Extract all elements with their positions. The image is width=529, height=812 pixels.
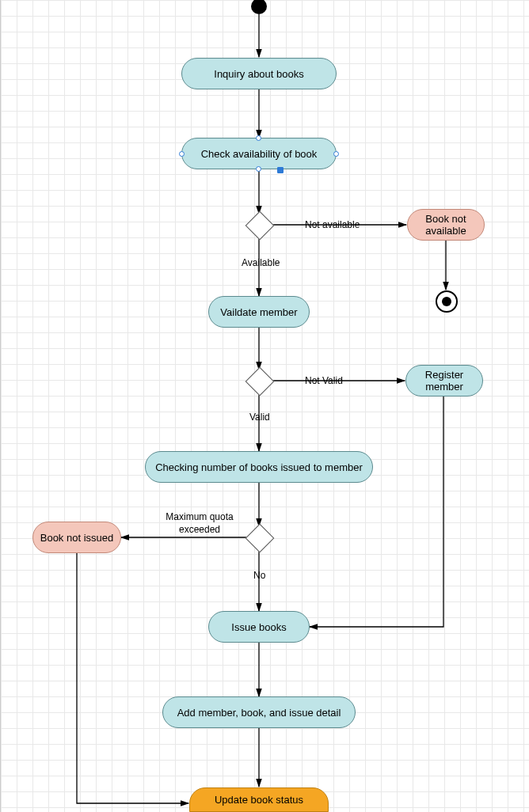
activity-label: Add member, book, and issue detail xyxy=(177,707,341,719)
activity-label: Check availability of book xyxy=(201,148,318,160)
edge-label-no: No xyxy=(253,570,265,581)
edge-label-not-available: Not available xyxy=(305,219,360,230)
activity-label: Issue books xyxy=(231,621,286,633)
edges-layer xyxy=(1,0,529,812)
activity-update-status[interactable]: Update book status xyxy=(189,787,329,812)
activity-label: Book not available xyxy=(414,213,478,237)
activity-book-not-issued[interactable]: Book not issued xyxy=(32,522,121,553)
selection-handle[interactable] xyxy=(256,166,261,172)
activity-label: Inquiry about books xyxy=(214,68,303,80)
selection-handle[interactable] xyxy=(179,151,185,157)
decision-quota[interactable] xyxy=(245,524,275,553)
diagram-canvas[interactable]: Inquiry about books Check availability o… xyxy=(0,0,529,812)
activity-check-availability[interactable]: Check availability of book xyxy=(181,138,337,169)
initial-node[interactable] xyxy=(251,0,267,14)
decision-availability[interactable] xyxy=(245,211,275,241)
selection-handle[interactable] xyxy=(333,151,339,157)
edge-label-available: Available xyxy=(242,257,280,268)
edge-label-max-quota: Maximum quota exceeded xyxy=(156,511,243,536)
final-node-inner xyxy=(442,297,451,306)
activity-label: Checking number of books issued to membe… xyxy=(155,461,363,473)
activity-label: Book not issued xyxy=(40,532,114,544)
decision-validity[interactable] xyxy=(245,367,275,397)
activity-inquiry[interactable]: Inquiry about books xyxy=(181,58,337,89)
activity-book-not-available[interactable]: Book not available xyxy=(407,209,485,241)
activity-validate-member[interactable]: Vaildate member xyxy=(208,296,310,328)
final-node[interactable] xyxy=(436,290,458,313)
activity-register-member[interactable]: Register member xyxy=(405,365,483,397)
edge-label-valid: Valid xyxy=(249,412,270,423)
activity-add-detail[interactable]: Add member, book, and issue detail xyxy=(162,696,356,728)
activity-checking-books[interactable]: Checking number of books issued to membe… xyxy=(145,451,373,483)
selection-handle-rotate[interactable] xyxy=(277,167,284,173)
selection-handle[interactable] xyxy=(256,135,261,141)
activity-label: Vaildate member xyxy=(220,306,297,318)
activity-label: Register member xyxy=(413,369,476,393)
activity-issue-books[interactable]: Issue books xyxy=(208,611,310,643)
edge-label-not-valid: Not Valid xyxy=(305,375,343,386)
activity-label: Update book status xyxy=(215,794,303,806)
